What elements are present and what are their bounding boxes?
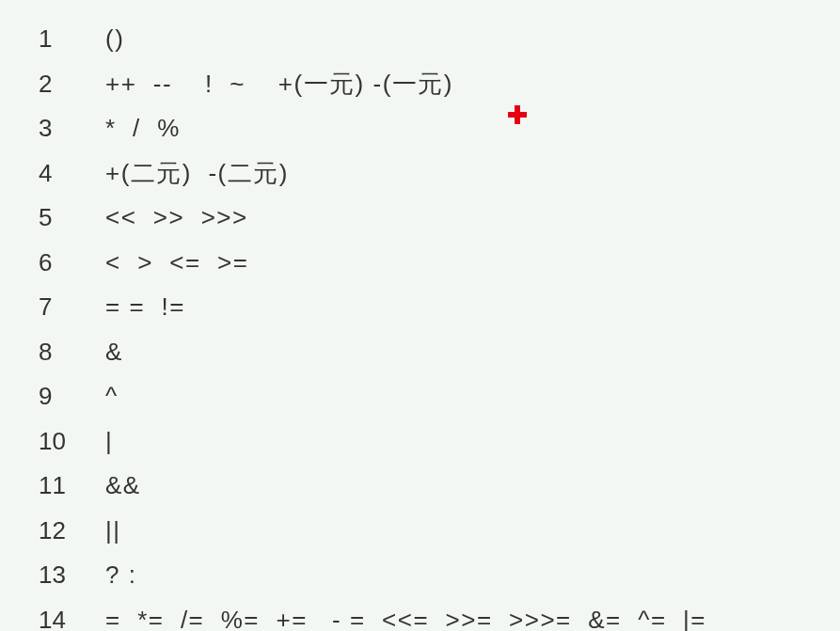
table-row: 2++ -- ! ~ +(一元) -(一元) <box>38 62 707 107</box>
row-number: 6 <box>38 241 104 286</box>
row-number: 11 <box>38 464 104 509</box>
table-row: 6< > <= >= <box>38 241 707 286</box>
table-row: 14= *= /= %= += - = <<= >>= >>>= &= ^= |… <box>38 598 707 632</box>
row-number: 2 <box>38 62 104 107</box>
row-number: 5 <box>38 196 104 241</box>
row-content: +(二元) -(二元) <box>104 151 707 197</box>
table-row: 4+(二元) -(二元) <box>38 151 707 197</box>
row-number: 10 <box>38 419 104 465</box>
row-content: () <box>104 17 707 62</box>
row-content: || <box>104 509 707 554</box>
row-content: = *= /= %= += - = <<= >>= >>>= &= ^= |= <box>104 598 707 632</box>
row-content: && <box>104 464 707 509</box>
row-number: 13 <box>38 553 104 598</box>
row-content: = = != <box>104 285 707 330</box>
table-row: 9^ <box>38 374 707 419</box>
table-row: 10| <box>38 419 707 465</box>
precedence-table: 1()2++ -- ! ~ +(一元) -(一元)3* / %4+(二元) -(… <box>0 0 840 631</box>
row-content: & <box>104 330 707 375</box>
row-content: * / % <box>104 106 707 151</box>
row-content: ++ -- ! ~ +(一元) -(一元) <box>104 62 707 107</box>
row-number: 7 <box>38 285 104 330</box>
row-number: 3 <box>38 106 104 151</box>
row-number: 14 <box>38 598 104 632</box>
table-row: 1() <box>38 17 707 62</box>
row-number: 9 <box>38 374 104 419</box>
row-number: 4 <box>38 151 104 197</box>
table-row: 11&& <box>38 464 707 509</box>
row-number: 12 <box>38 509 104 554</box>
row-number: 1 <box>38 17 104 62</box>
row-number: 8 <box>38 330 104 375</box>
rows-table: 1()2++ -- ! ~ +(一元) -(一元)3* / %4+(二元) -(… <box>38 17 707 631</box>
table-row: 13? : <box>38 553 707 598</box>
row-content: | <box>104 419 707 465</box>
table-row: 8& <box>38 330 707 375</box>
table-row: 7= = != <box>38 285 707 330</box>
row-content: ^ <box>104 374 707 419</box>
row-content: < > <= >= <box>104 241 707 286</box>
row-content: ? : <box>104 553 707 598</box>
row-content: << >> >>> <box>104 196 707 241</box>
table-row: 3* / % <box>38 106 707 151</box>
plus-icon <box>508 105 527 124</box>
table-row: 5<< >> >>> <box>38 196 707 241</box>
table-row: 12|| <box>38 509 707 554</box>
